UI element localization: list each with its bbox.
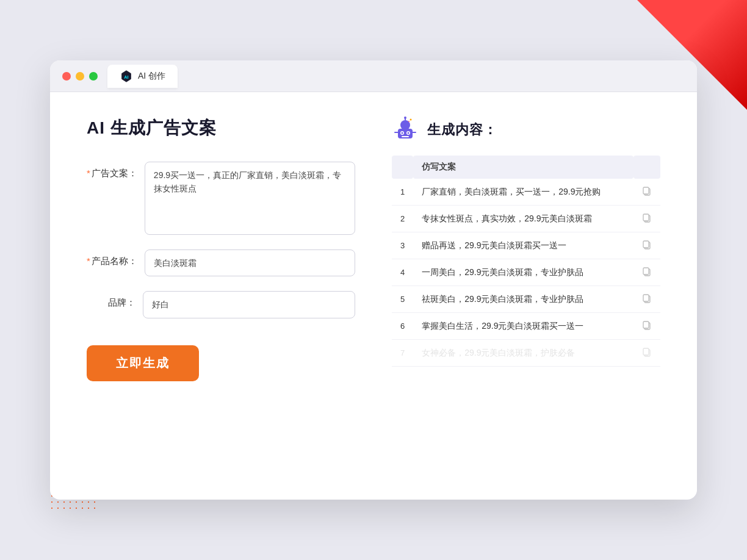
row-number: 4 bbox=[392, 259, 413, 286]
copy-button[interactable] bbox=[633, 340, 660, 367]
svg-rect-18 bbox=[643, 214, 649, 221]
ad-copy-textarea[interactable]: 29.9买一送一，真正的厂家直销，美白淡斑霜，专抹女性斑点 bbox=[145, 162, 355, 235]
row-text: 厂家直销，美白淡斑霜，买一送一，29.9元抢购 bbox=[413, 179, 633, 206]
row-number: 6 bbox=[392, 313, 413, 340]
row-number: 3 bbox=[392, 232, 413, 259]
tab-label: AI 创作 bbox=[138, 71, 165, 82]
svg-rect-8 bbox=[402, 136, 409, 137]
copy-button[interactable] bbox=[633, 206, 660, 232]
row-text: 赠品再送，29.9元美白淡斑霜买一送一 bbox=[413, 232, 633, 259]
brand-label: 品牌： bbox=[87, 291, 135, 309]
copy-button[interactable] bbox=[633, 313, 660, 340]
svg-point-10 bbox=[404, 117, 406, 119]
table-row: 4一周美白，29.9元美白淡斑霜，专业护肤品 bbox=[392, 259, 660, 286]
svg-rect-28 bbox=[643, 348, 649, 355]
required-star-1: * bbox=[87, 168, 90, 178]
product-name-label: *产品名称： bbox=[87, 249, 137, 267]
row-number: 2 bbox=[392, 206, 413, 232]
row-text: 女神必备，29.9元美白淡斑霜，护肤必备 bbox=[413, 340, 633, 367]
svg-rect-16 bbox=[643, 187, 649, 194]
svg-rect-26 bbox=[643, 321, 649, 328]
svg-point-6 bbox=[402, 132, 403, 134]
svg-rect-20 bbox=[643, 241, 649, 248]
table-row: 2专抹女性斑点，真实功效，29.9元美白淡斑霜 bbox=[392, 206, 660, 232]
page-title: AI 生成广告文案 bbox=[87, 117, 355, 140]
row-number: 1 bbox=[392, 179, 413, 206]
minimize-button[interactable] bbox=[76, 72, 84, 81]
product-name-input[interactable] bbox=[145, 249, 355, 276]
maximize-button[interactable] bbox=[89, 72, 98, 81]
copy-button[interactable] bbox=[633, 286, 660, 313]
table-row: 1厂家直销，美白淡斑霜，买一送一，29.9元抢购 bbox=[392, 179, 660, 206]
close-button[interactable] bbox=[62, 72, 71, 81]
window-controls bbox=[62, 72, 98, 81]
table-row: 5祛斑美白，29.9元美白淡斑霜，专业护肤品 bbox=[392, 286, 660, 313]
table-row: 6掌握美白生活，29.9元美白淡斑霜买一送一 bbox=[392, 313, 660, 340]
right-panel: 生成内容： 仿写文案 1厂家直销，美白淡斑霜，买一送一，29.9元抢购2专抹女性… bbox=[392, 117, 660, 458]
svg-point-13 bbox=[408, 121, 410, 122]
brand-row: 品牌： bbox=[87, 291, 355, 318]
ai-tab-icon: AI bbox=[120, 70, 133, 83]
browser-window: AI AI 创作 AI 生成广告文案 *广告文案： 29.9买一送一，真正的厂家… bbox=[50, 60, 697, 500]
svg-rect-24 bbox=[643, 295, 649, 301]
ad-copy-row: *广告文案： 29.9买一送一，真正的厂家直销，美白淡斑霜，专抹女性斑点 bbox=[87, 162, 355, 235]
left-panel: AI 生成广告文案 *广告文案： 29.9买一送一，真正的厂家直销，美白淡斑霜，… bbox=[87, 117, 355, 458]
row-text: 掌握美白生活，29.9元美白淡斑霜买一送一 bbox=[413, 313, 633, 340]
result-table: 仿写文案 1厂家直销，美白淡斑霜，买一送一，29.9元抢购2专抹女性斑点，真实功… bbox=[392, 156, 660, 367]
row-number: 7 bbox=[392, 340, 413, 367]
product-name-row: *产品名称： bbox=[87, 249, 355, 276]
row-text: 专抹女性斑点，真实功效，29.9元美白淡斑霜 bbox=[413, 206, 633, 232]
generate-button[interactable]: 立即生成 bbox=[87, 345, 199, 381]
result-title: 生成内容： bbox=[427, 121, 497, 139]
row-text: 一周美白，29.9元美白淡斑霜，专业护肤品 bbox=[413, 259, 633, 286]
row-text: 祛斑美白，29.9元美白淡斑霜，专业护肤品 bbox=[413, 286, 633, 313]
result-header: 生成内容： bbox=[392, 117, 660, 143]
table-row: 3赠品再送，29.9元美白淡斑霜买一送一 bbox=[392, 232, 660, 259]
required-star-2: * bbox=[87, 256, 90, 266]
title-bar: AI AI 创作 bbox=[50, 60, 697, 92]
svg-point-14 bbox=[410, 119, 412, 121]
col-num-header bbox=[392, 156, 413, 179]
svg-point-7 bbox=[408, 132, 410, 134]
svg-text:AI: AI bbox=[124, 74, 128, 79]
table-row: 7女神必备，29.9元美白淡斑霜，护肤必备 bbox=[392, 340, 660, 367]
copy-button[interactable] bbox=[633, 232, 660, 259]
ai-tab[interactable]: AI AI 创作 bbox=[107, 65, 178, 88]
copy-button[interactable] bbox=[633, 179, 660, 206]
row-number: 5 bbox=[392, 286, 413, 313]
col-copy-header bbox=[633, 156, 660, 179]
col-text-header: 仿写文案 bbox=[413, 156, 633, 179]
brand-input[interactable] bbox=[143, 291, 355, 318]
ad-copy-label: *广告文案： bbox=[87, 162, 137, 179]
robot-icon bbox=[392, 117, 419, 143]
copy-button[interactable] bbox=[633, 259, 660, 286]
svg-rect-22 bbox=[643, 268, 649, 275]
content-area: AI 生成广告文案 *广告文案： 29.9买一送一，真正的厂家直销，美白淡斑霜，… bbox=[50, 92, 697, 483]
